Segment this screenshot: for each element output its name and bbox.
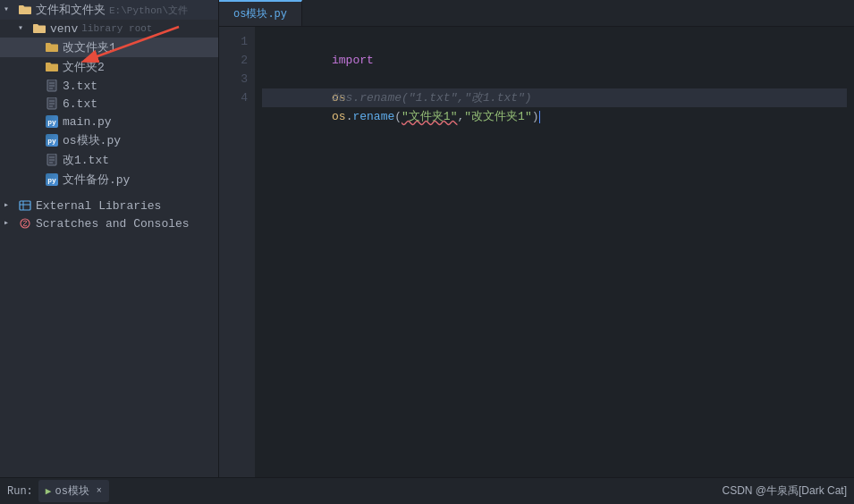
arrow-icon xyxy=(4,4,16,16)
editor-tab-bar: os模块.py xyxy=(219,0,854,27)
sidebar-item-extlibs[interactable]: External Libraries xyxy=(0,197,218,214)
svg-rect-10 xyxy=(47,154,56,165)
sidebar-item-folder2[interactable]: 文件夹2 xyxy=(0,57,218,77)
svg-rect-6 xyxy=(47,97,56,109)
arrow-icon xyxy=(4,199,16,212)
sidebar-folder1-label: 改文件夹1 xyxy=(63,39,116,55)
code-rename: rename xyxy=(352,110,394,123)
sidebar-item-venv[interactable]: venv library root xyxy=(0,20,218,38)
sidebar-osmod-label: os模块.py xyxy=(63,132,121,148)
sidebar-venv-label: venv xyxy=(50,22,78,36)
py-file-icon: py xyxy=(45,133,59,147)
py-file-icon: py xyxy=(45,114,59,129)
sidebar-item-osmod[interactable]: py os模块.py xyxy=(0,130,218,150)
text-cursor xyxy=(539,111,540,123)
editor-tab-osmod[interactable]: os模块.py xyxy=(219,0,302,26)
sidebar-item-folder1[interactable]: 改文件夹1 xyxy=(0,38,218,57)
sidebar-item-backup[interactable]: py 文件备份.py xyxy=(0,170,218,189)
code-line-1: import os xyxy=(262,32,847,51)
code-str2: "改文件夹1" xyxy=(464,110,531,123)
run-tab-label: os模块 xyxy=(55,483,89,499)
sidebar-root-path: E:\Python\文件 xyxy=(109,4,188,17)
line-num-3: 3 xyxy=(219,70,248,88)
sidebar-item-scratches[interactable]: Scratches and Consoles xyxy=(0,214,218,232)
sidebar-extlibs-label: External Libraries xyxy=(36,199,161,213)
code-text xyxy=(332,72,339,86)
sidebar-item-gai1[interactable]: 改1.txt xyxy=(0,150,218,170)
folder-closed-icon xyxy=(45,60,59,74)
line-num-4: 4 xyxy=(219,88,248,107)
txt-file-icon xyxy=(45,79,59,93)
sidebar-folder2-label: 文件夹2 xyxy=(63,59,105,75)
run-tab[interactable]: ▶ os模块 × xyxy=(38,480,109,502)
py-file-icon: py xyxy=(45,172,59,187)
main-area: 文件和文件夹 E:\Python\文件 venv library root 改文… xyxy=(0,0,854,477)
txt-file-icon xyxy=(45,153,59,167)
txt-file-icon xyxy=(45,97,59,111)
editor-wrapper: os模块.py 1 2 3 4 import os xyxy=(219,0,854,477)
sidebar: 文件和文件夹 E:\Python\文件 venv library root 改文… xyxy=(0,0,219,477)
sidebar-root-label: 文件和文件夹 xyxy=(36,2,106,18)
sidebar-scratches-label: Scratches and Consoles xyxy=(36,217,190,231)
sidebar-mainpy-label: main.py xyxy=(63,115,112,129)
sidebar-3txt-label: 3.txt xyxy=(63,80,97,93)
sidebar-6txt-label: 6.txt xyxy=(63,97,97,111)
code-area[interactable]: import os #os.rename("1.txt","改1.txt") o… xyxy=(255,27,854,477)
code-paren-open: ( xyxy=(394,110,402,123)
line-num-1: 1 xyxy=(219,32,248,51)
run-icon: ▶ xyxy=(46,485,52,497)
arrow-icon xyxy=(4,217,16,230)
folder-open-icon xyxy=(18,3,32,17)
scratch-icon xyxy=(18,216,32,231)
code-line-3: #os.rename("1.txt","改1.txt") xyxy=(262,70,847,88)
svg-rect-14 xyxy=(20,201,30,210)
run-bar: Run: ▶ os模块 × CSDN @牛泉禹[Dark Cat] xyxy=(0,477,854,504)
sidebar-item-root[interactable]: 文件和文件夹 E:\Python\文件 xyxy=(0,0,218,20)
code-str1: "文件夹1" xyxy=(402,110,457,123)
sidebar-gai1-label: 改1.txt xyxy=(63,152,109,168)
venv-badge: library root xyxy=(81,23,152,34)
folder-closed-icon xyxy=(45,40,59,55)
run-close-icon[interactable]: × xyxy=(97,486,102,496)
folder-open-icon xyxy=(32,21,47,36)
code-os: os xyxy=(332,110,346,123)
sidebar-item-6txt[interactable]: 6.txt xyxy=(0,95,218,113)
line-num-2: 2 xyxy=(219,51,248,70)
arrow-icon xyxy=(18,22,30,35)
tab-label: os模块.py xyxy=(233,6,287,21)
comment-line: #os.rename("1.txt","改1.txt") xyxy=(332,91,532,105)
editor-content: 1 2 3 4 import os #os.rename("1.txt","改1… xyxy=(219,27,854,477)
sidebar-item-mainpy[interactable]: py main.py xyxy=(0,113,218,130)
code-paren-close: ) xyxy=(532,110,539,123)
svg-rect-2 xyxy=(47,80,56,91)
run-label: Run: xyxy=(7,485,33,498)
keyword-import: import xyxy=(332,54,374,67)
line-numbers: 1 2 3 4 xyxy=(219,27,255,477)
sidebar-item-3txt[interactable]: 3.txt xyxy=(0,77,218,95)
extlib-icon xyxy=(18,198,32,213)
sidebar-backup-label: 文件备份.py xyxy=(63,172,130,188)
watermark-text: CSDN @牛泉禹[Dark Cat] xyxy=(722,483,847,499)
